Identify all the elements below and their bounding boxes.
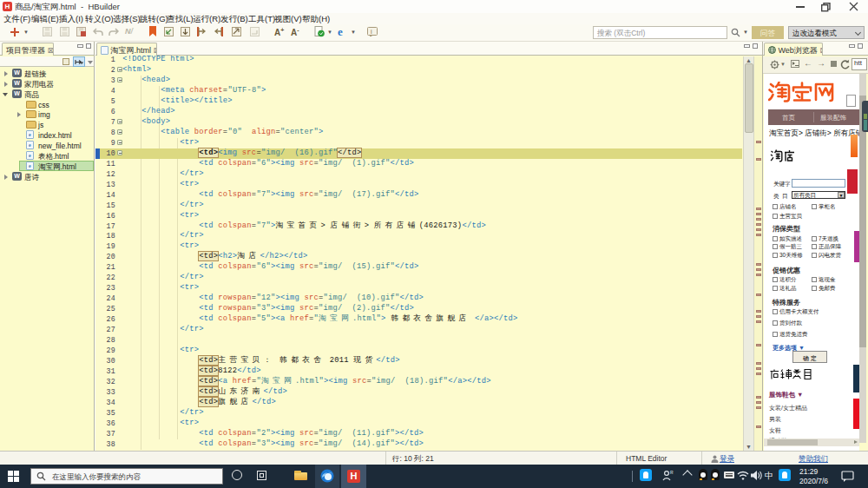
svg-text:R: R	[670, 470, 674, 475]
